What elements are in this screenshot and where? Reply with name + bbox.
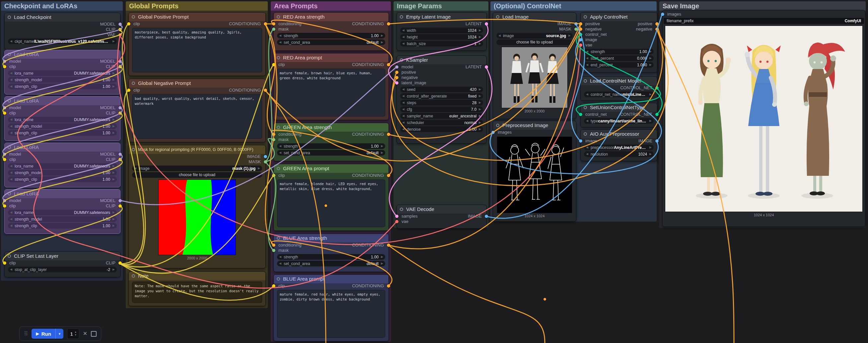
node-load-checkpoint[interactable]: Load Checkpoint MODEL CLIP VAE ◀ckpt_nam… <box>4 12 120 50</box>
increment-icon[interactable]: ▶ <box>649 55 652 61</box>
decrement-icon[interactable]: ◀ <box>279 143 281 149</box>
node-header[interactable]: Empty Latent Image <box>397 12 487 21</box>
collapse-icon[interactable] <box>400 58 403 62</box>
decrement-icon[interactable]: ◀ <box>10 70 12 76</box>
image-file-widget[interactable]: ◀imagesource.jpg▶ <box>496 33 573 38</box>
run-button[interactable]: ▶Run ▾ <box>32 329 63 339</box>
mask-input-slot[interactable] <box>272 249 275 252</box>
model-input-slot[interactable] <box>395 65 399 69</box>
denoise-widget[interactable]: ◀denoise1.00▶ <box>400 126 483 132</box>
group-title-area[interactable]: Area Prompts <box>271 1 391 11</box>
group-title-save[interactable]: Save Image <box>659 1 866 11</box>
conditioning-output-slot[interactable] <box>387 63 390 66</box>
increment-icon[interactable]: ▶ <box>113 123 115 129</box>
collapse-icon[interactable] <box>496 124 499 127</box>
run-toolbar[interactable]: ⠿ ▶Run ▾ 1 ▴▾ ✕ <box>19 326 101 341</box>
increment-icon[interactable]: ▶ <box>479 93 481 99</box>
strength-model-widget[interactable]: ◀strength_model1.00▶ <box>8 170 117 176</box>
set-cond-area-widget[interactable]: ◀set_cond_areadefault▶ <box>277 261 385 267</box>
type-widget[interactable]: ◀typecanny/lineart/anime_lineart…▶ <box>584 118 654 124</box>
strength-clip-widget[interactable]: ◀strength_clip1.00▶ <box>8 84 117 89</box>
resolution-widget[interactable]: ◀resolution1024▶ <box>584 151 654 157</box>
prompt-textarea[interactable]: masterpiece, best quality, amazing quali… <box>132 28 262 72</box>
increment-icon[interactable]: ▶ <box>113 223 115 228</box>
increment-icon[interactable]: ▶ <box>479 41 481 46</box>
strength-widget[interactable]: ◀strength1.00▶ <box>277 143 385 149</box>
vae-input-slot[interactable] <box>395 220 399 223</box>
choose-file-button[interactable]: choose file to upload <box>496 39 573 45</box>
increment-icon[interactable]: ▶ <box>479 113 481 119</box>
group-title-global[interactable]: Global Prompts <box>126 1 268 11</box>
decrement-icon[interactable]: ▾ <box>75 334 76 337</box>
increment-icon[interactable]: ▶ <box>479 87 481 92</box>
conditioning-output-slot[interactable] <box>264 89 267 92</box>
strength-widget[interactable]: ◀strength1.00▶ <box>277 254 385 260</box>
node-header[interactable]: Mask for regional prompting (R FF0000, G… <box>129 145 266 154</box>
mask-output-slot[interactable] <box>264 160 267 163</box>
node-green-area-strength[interactable]: GREEN Area strength conditioningCONDITIO… <box>273 123 389 161</box>
decrement-icon[interactable]: ◀ <box>10 130 12 136</box>
clip-input-slot[interactable] <box>3 261 6 265</box>
model-input-slot[interactable] <box>3 199 6 202</box>
increment-icon[interactable]: ▶ <box>381 33 383 38</box>
collapse-icon[interactable] <box>277 15 280 19</box>
vae-output-slot[interactable] <box>119 33 122 36</box>
batch-size-widget[interactable]: ◀batch_size1▶ <box>400 41 483 46</box>
conditioning-output-slot[interactable] <box>387 133 390 136</box>
collapse-icon[interactable] <box>8 146 11 149</box>
end-percent-widget[interactable]: ◀end_percent1.000▶ <box>584 62 654 68</box>
decrement-icon[interactable]: ◀ <box>134 165 136 171</box>
width-widget[interactable]: ◀width1024▶ <box>400 28 483 33</box>
decrement-icon[interactable]: ◀ <box>10 117 12 122</box>
reroute-dot[interactable] <box>544 298 547 301</box>
positive-input-slot[interactable] <box>579 22 582 26</box>
conditioning-input-slot[interactable] <box>272 22 275 26</box>
decrement-icon[interactable]: ◀ <box>10 267 12 272</box>
decrement-icon[interactable]: ◀ <box>279 150 281 156</box>
node-note[interactable]: Note Note: The mask should have the same… <box>128 271 266 306</box>
strength-clip-widget[interactable]: ◀strength_clip1.00▶ <box>8 177 117 182</box>
positive-input-slot[interactable] <box>395 71 399 74</box>
vae-input-slot[interactable] <box>579 43 582 47</box>
negative-input-slot[interactable] <box>395 76 399 79</box>
control-after-generate-widget[interactable]: ◀control_after_generatefixed▶ <box>400 93 483 99</box>
cfg-widget[interactable]: ◀cfg7.0▶ <box>400 106 483 112</box>
conditioning-output-slot[interactable] <box>387 174 390 177</box>
node-header[interactable]: Global Negative Prompt <box>129 79 266 88</box>
run-options-button[interactable]: ▾ <box>55 329 64 339</box>
decrement-icon[interactable]: ◀ <box>10 84 12 89</box>
model-output-slot[interactable] <box>119 106 122 110</box>
collapse-icon[interactable] <box>584 79 587 83</box>
lora-name-widget[interactable]: ◀lora_nameDUMMY.safetensors▶ <box>8 210 117 215</box>
increment-icon[interactable]: ▶ <box>568 33 571 38</box>
increment-icon[interactable]: ▶ <box>479 120 481 125</box>
collapse-icon[interactable] <box>584 132 587 136</box>
collapse-icon[interactable] <box>277 277 280 281</box>
group-title-controlnet[interactable]: (Optional) ControlNet <box>490 1 657 11</box>
model-output-slot[interactable] <box>119 23 122 26</box>
node-load-image[interactable]: Load Image IMAGE MASK ◀imagesource.jpg▶ … <box>493 12 576 119</box>
decrement-icon[interactable]: ◀ <box>402 41 404 46</box>
clip-input-slot[interactable] <box>3 158 6 161</box>
node-load-lora-3[interactable]: Load LoRA modelMODEL clipCLIP ◀lora_name… <box>4 143 120 187</box>
collapse-icon[interactable] <box>277 56 280 59</box>
node-header[interactable]: Load LoRA <box>5 50 120 59</box>
node-vae-decode[interactable]: VAE Decode samplesIMAGE vae <box>397 205 487 228</box>
clip-output-slot[interactable] <box>119 112 122 115</box>
control-net-input-slot[interactable] <box>579 113 582 116</box>
decrement-icon[interactable]: ◀ <box>402 120 404 125</box>
node-header[interactable]: Preprocessed Image <box>493 121 576 130</box>
decrement-icon[interactable]: ◀ <box>402 93 404 99</box>
scheduler-widget[interactable]: ◀schedulernormal▶ <box>400 120 483 125</box>
drag-handle-icon[interactable]: ⠿ <box>24 331 28 337</box>
increment-icon[interactable]: ▶ <box>479 106 481 112</box>
node-regional-mask[interactable]: Mask for regional prompting (R FF0000, G… <box>128 145 266 268</box>
collapse-icon[interactable] <box>584 15 587 19</box>
decrement-icon[interactable]: ◀ <box>402 106 404 112</box>
node-red-area-prompt[interactable]: RED Area prompt clipCONDITIONING mature … <box>273 53 389 120</box>
decrement-icon[interactable]: ◀ <box>586 49 588 54</box>
node-header[interactable]: Load Checkpoint <box>5 13 120 22</box>
strength-widget[interactable]: ◀strength1.00▶ <box>277 33 385 38</box>
increment-icon[interactable]: ▶ <box>113 84 115 89</box>
collapse-icon[interactable] <box>400 15 403 19</box>
